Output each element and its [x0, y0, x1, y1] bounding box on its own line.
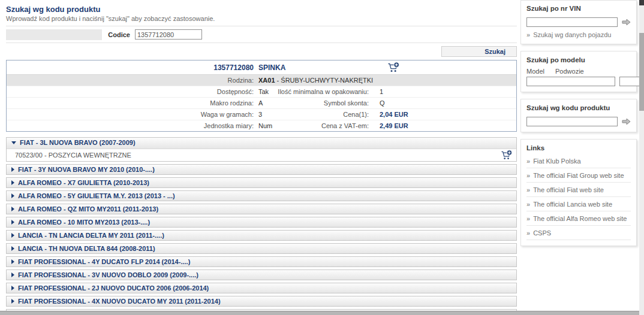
- vin-go-button[interactable]: [622, 19, 631, 26]
- vehicle-accordion[interactable]: FIAT PROFESSIONAL - 4Y DUCATO FLP 2014 (…: [6, 256, 517, 267]
- vehicle-accordion[interactable]: FIAT - 3Y NUOVA BRAVO MY 2010 (2010-....…: [6, 164, 517, 175]
- vehicle-label: ALFA ROMEO - 5Y GIULIETTA M.Y. 2013 (201…: [18, 192, 175, 199]
- part-row: Waga w gramach: 3 Cena(1): 2,04 EUR: [7, 108, 516, 120]
- add-to-cart-icon[interactable]: [387, 62, 400, 74]
- chassis-label: Podwozie: [555, 68, 584, 75]
- vehicle-accordion[interactable]: ALFA ROMEO - 5Y GIULIETTA M.Y. 2013 (201…: [6, 190, 517, 201]
- field-label: Dostępność:: [7, 88, 258, 95]
- chevron-right-icon: [11, 299, 14, 304]
- part-row-family: Rodzina: XA01 - ŚRUBY-UCHWYTY-NAKRĘTKI: [7, 74, 516, 86]
- model-input[interactable]: [526, 77, 615, 86]
- field-label: Cena z VAT-em:: [321, 122, 374, 129]
- chevron-down-icon: [11, 141, 16, 144]
- double-arrow-icon: »: [526, 172, 530, 179]
- chevron-right-icon: [11, 207, 14, 211]
- part-details-panel: 1357712080 SPINKA Rodzina: XA01 - ŚRUBY-…: [6, 60, 517, 132]
- part-header: 1357712080 SPINKA: [7, 60, 516, 74]
- field-value: Tak: [258, 88, 269, 95]
- vehicle-accordion[interactable]: ALFA ROMEO - X7 GIULIETTA (2010-2013): [6, 177, 517, 188]
- chevron-right-icon: [11, 286, 14, 290]
- field-label: Symbol skonta:: [324, 99, 374, 107]
- vehicle-label: FIAT - 3L NUOVA BRAVO (2007-2009): [20, 139, 136, 146]
- catalogue-sub-item[interactable]: 70523/00 - POSZYCIA WEWNĘTRZNE: [7, 149, 516, 161]
- double-arrow-icon: »: [526, 186, 530, 193]
- external-link[interactable]: »Fiat Klub Polska: [526, 154, 631, 168]
- field-label: Cena(1):: [343, 111, 374, 118]
- part-row: Dostępność: Tak Ilość minimalna w opakow…: [7, 86, 516, 97]
- add-to-cart-icon[interactable]: [501, 150, 513, 164]
- vehicle-accordion-expanded[interactable]: FIAT - 3L NUOVA BRAVO (2007-2009): [7, 138, 516, 149]
- chevron-right-icon: [11, 180, 14, 185]
- product-code-search-card: Szukaj wg kodu produktu: [520, 99, 637, 132]
- double-arrow-icon: »: [526, 31, 530, 38]
- part-code: 1357712080: [7, 63, 258, 72]
- vehicle-applicability-list: FIAT - 3L NUOVA BRAVO (2007-2009) 70523/…: [6, 137, 517, 315]
- chevron-right-icon: [11, 233, 14, 238]
- chevron-right-icon: [11, 220, 14, 225]
- external-link[interactable]: »The official Alfa Romeo web site: [526, 211, 631, 226]
- price-value: 2,04 EUR: [374, 111, 516, 118]
- field-value: 1: [374, 88, 516, 95]
- external-link[interactable]: »The official Fiat web site: [526, 183, 631, 197]
- button-row: Szukaj: [6, 44, 517, 60]
- field-value: 3: [258, 111, 262, 118]
- scrollbar-thumb[interactable]: [639, 33, 644, 111]
- bottom-bar: [0, 311, 639, 315]
- product-code-side-input[interactable]: [526, 117, 618, 126]
- external-link[interactable]: »The official Lancia web site: [526, 197, 631, 211]
- divider: [6, 26, 517, 26]
- vehicle-accordion[interactable]: ALFA ROMEO - QZ MITO MY2011 (2011-2013): [6, 204, 517, 214]
- vehicle-accordion[interactable]: LANCIA - TH NUOVA DELTA 844 (2008-2011): [6, 243, 517, 254]
- divider: [6, 43, 517, 43]
- double-arrow-icon: »: [526, 158, 530, 165]
- field-label: Makro rodzina:: [7, 99, 258, 107]
- field-label: Waga w gramach:: [7, 111, 258, 118]
- vehicle-label: FIAT PROFESSIONAL - 4X NUOVO DUCATO MY 2…: [18, 298, 221, 305]
- product-code-search-title: Szukaj wg kodu produktu: [526, 104, 631, 111]
- vehicle-label: ALFA ROMEO - 10 MITO MY2013 (2013-....): [18, 219, 150, 226]
- vehicle-accordion[interactable]: ALFA ROMEO - 10 MITO MY2013 (2013-....): [6, 217, 517, 228]
- field-value: Num: [258, 122, 272, 129]
- scroll-up-button[interactable]: [639, 0, 644, 5]
- vehicle-label: FIAT PROFESSIONAL - 4Y DUCATO FLP 2014 (…: [18, 258, 190, 265]
- vertical-scrollbar[interactable]: [639, 0, 644, 315]
- vehicle-accordion[interactable]: LANCIA - TN LANCIA DELTA MY 2011 (2011-.…: [6, 230, 517, 241]
- chevron-right-icon: [11, 259, 14, 264]
- model-search-card: Szukaj po modelu Model Podwozie: [520, 51, 637, 92]
- external-link[interactable]: »The official Fiat Group web site: [526, 168, 631, 183]
- vin-search-card: Szukaj po nr VIN »Szukaj wg danych pojaz…: [520, 0, 637, 44]
- vehicle-label: FIAT PROFESSIONAL - 2J NUOVO DUCATO 2006…: [18, 284, 209, 292]
- vehicle-group-expanded: FIAT - 3L NUOVA BRAVO (2007-2009) 70523/…: [6, 137, 517, 162]
- page-title: Szukaj wg kodu produktu: [6, 5, 517, 14]
- model-search-title: Szukaj po modelu: [526, 56, 631, 63]
- chevron-right-icon: [11, 272, 14, 277]
- product-code-go-button[interactable]: [622, 118, 631, 125]
- chevron-right-icon: [11, 193, 14, 198]
- field-value: Q: [374, 99, 516, 107]
- vehicle-accordion[interactable]: FIAT PROFESSIONAL - 4X NUOVO DUCATO MY 2…: [6, 296, 517, 307]
- double-arrow-icon: »: [526, 201, 530, 208]
- product-code-input[interactable]: [135, 29, 202, 40]
- code-label: Codice: [6, 31, 130, 38]
- part-row: Jednostka miary: Num Cena z VAT-em: 2,49…: [7, 120, 516, 131]
- vehicle-label: ALFA ROMEO - QZ MITO MY2011 (2011-2013): [18, 205, 158, 213]
- chevron-right-icon: [11, 167, 14, 172]
- links-title: Links: [526, 144, 631, 152]
- field-label: Jednostka miary:: [7, 122, 258, 129]
- sidebar: Szukaj po nr VIN »Szukaj wg danych pojaz…: [520, 0, 637, 253]
- vin-search-title: Szukaj po nr VIN: [526, 5, 631, 12]
- field-label: Rodzina:: [7, 77, 258, 84]
- search-button[interactable]: Szukaj: [441, 46, 517, 57]
- external-link[interactable]: »CSPS: [526, 226, 631, 240]
- vin-input[interactable]: [526, 17, 618, 27]
- double-arrow-icon: »: [526, 229, 530, 237]
- vehicle-data-search-link[interactable]: »Szukaj wg danych pojazdu: [526, 31, 631, 38]
- double-arrow-icon: »: [526, 215, 530, 222]
- part-row: Makro rodzina: A Symbol skonta: Q: [7, 97, 516, 108]
- vehicle-accordion[interactable]: FIAT PROFESSIONAL - 2J NUOVO DUCATO 2006…: [6, 283, 517, 293]
- family-description: - ŚRUBY-UCHWYTY-NAKRĘTKI: [275, 77, 374, 84]
- chevron-right-icon: [11, 246, 14, 251]
- model-label: Model: [526, 68, 555, 75]
- vehicle-accordion[interactable]: FIAT PROFESSIONAL - 3V NUOVO DOBLO 2009 …: [6, 269, 517, 280]
- main-content: Szukaj wg kodu produktu Wprowadź kod pro…: [6, 0, 517, 315]
